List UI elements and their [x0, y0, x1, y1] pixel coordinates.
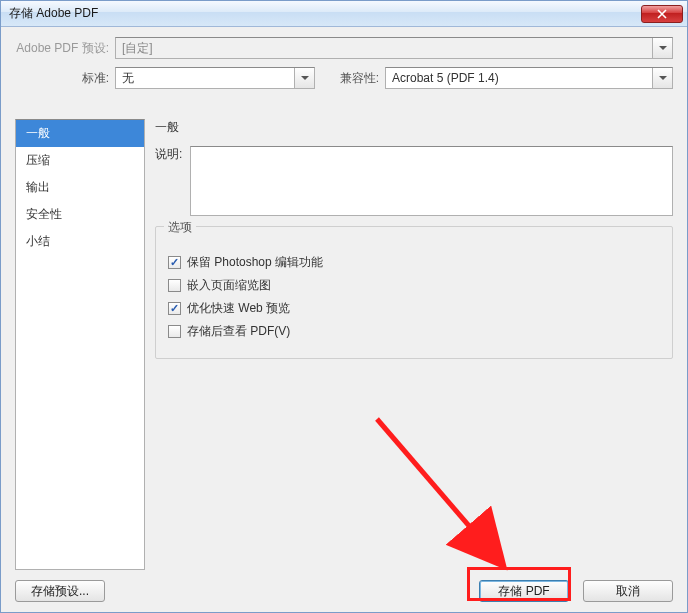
sidebar-item-label: 安全性 — [26, 207, 62, 221]
sidebar-item-general[interactable]: 一般 — [16, 120, 144, 147]
preset-value: [自定] — [122, 40, 153, 57]
sidebar-item-compression[interactable]: 压缩 — [16, 147, 144, 174]
checkbox-icon — [168, 325, 181, 338]
option-embed-thumbnails[interactable]: 嵌入页面缩览图 — [168, 277, 660, 294]
option-label: 优化快速 Web 预览 — [187, 300, 290, 317]
option-optimize-web[interactable]: 优化快速 Web 预览 — [168, 300, 660, 317]
option-label: 存储后查看 PDF(V) — [187, 323, 290, 340]
options-fieldset: 选项 保留 Photoshop 编辑功能 嵌入页面缩览图 优化快速 Web 预览 — [155, 226, 673, 359]
sidebar-item-label: 输出 — [26, 180, 50, 194]
chevron-down-icon — [294, 68, 314, 88]
preset-label: Adobe PDF 预设: — [15, 40, 115, 57]
option-label: 保留 Photoshop 编辑功能 — [187, 254, 323, 271]
detail-panel: 一般 说明: 选项 保留 Photoshop 编辑功能 嵌入页面缩览图 — [155, 119, 673, 570]
checkbox-icon — [168, 279, 181, 292]
main-area: 一般 压缩 输出 安全性 小结 一般 说明: — [15, 119, 673, 570]
save-pdf-button[interactable]: 存储 PDF — [479, 580, 569, 602]
description-row: 说明: — [155, 146, 673, 216]
button-label: 存储预设... — [31, 583, 89, 600]
titlebar: 存储 Adobe PDF — [1, 1, 687, 27]
description-label: 说明: — [155, 146, 182, 163]
sidebar-item-summary[interactable]: 小结 — [16, 228, 144, 255]
option-label: 嵌入页面缩览图 — [187, 277, 271, 294]
compat-value: Acrobat 5 (PDF 1.4) — [392, 71, 499, 85]
option-preserve-editing[interactable]: 保留 Photoshop 编辑功能 — [168, 254, 660, 271]
category-sidebar: 一般 压缩 输出 安全性 小结 — [15, 119, 145, 570]
window-title: 存储 Adobe PDF — [9, 5, 98, 22]
option-view-after-save[interactable]: 存储后查看 PDF(V) — [168, 323, 660, 340]
button-label: 取消 — [616, 583, 640, 600]
close-icon — [657, 9, 667, 19]
sidebar-item-label: 小结 — [26, 234, 50, 248]
compat-label: 兼容性: — [329, 70, 385, 87]
description-textarea[interactable] — [190, 146, 673, 216]
standard-select[interactable]: 无 — [115, 67, 315, 89]
checkbox-icon — [168, 302, 181, 315]
close-button[interactable] — [641, 5, 683, 23]
save-preset-button[interactable]: 存储预设... — [15, 580, 105, 602]
checkbox-icon — [168, 256, 181, 269]
options-legend: 选项 — [164, 219, 196, 236]
standard-label: 标准: — [15, 70, 115, 87]
bottom-bar: 存储预设... 存储 PDF 取消 — [15, 580, 673, 602]
cancel-button[interactable]: 取消 — [583, 580, 673, 602]
sidebar-item-security[interactable]: 安全性 — [16, 201, 144, 228]
save-pdf-dialog: 存储 Adobe PDF Adobe PDF 预设: [自定] 标准: 无 兼容… — [0, 0, 688, 613]
sidebar-item-output[interactable]: 输出 — [16, 174, 144, 201]
preset-row: Adobe PDF 预设: [自定] — [15, 37, 673, 59]
preset-select[interactable]: [自定] — [115, 37, 673, 59]
dialog-content: Adobe PDF 预设: [自定] 标准: 无 兼容性: Acrobat 5 … — [1, 27, 687, 612]
compat-select[interactable]: Acrobat 5 (PDF 1.4) — [385, 67, 673, 89]
standard-value: 无 — [122, 70, 134, 87]
chevron-down-icon — [652, 68, 672, 88]
standard-compat-row: 标准: 无 兼容性: Acrobat 5 (PDF 1.4) — [15, 67, 673, 89]
sidebar-item-label: 压缩 — [26, 153, 50, 167]
button-label: 存储 PDF — [498, 583, 549, 600]
panel-heading: 一般 — [155, 119, 673, 136]
chevron-down-icon — [652, 38, 672, 58]
sidebar-item-label: 一般 — [26, 126, 50, 140]
